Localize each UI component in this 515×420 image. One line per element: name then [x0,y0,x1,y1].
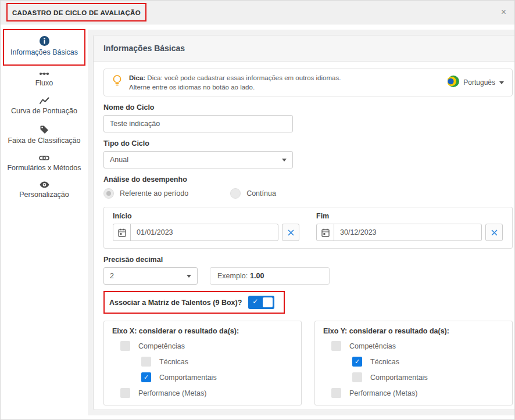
period-dates-box: Início 01/01/2023 [103,207,513,249]
close-icon[interactable]: × [501,8,506,17]
sidebar-item-label: Personalização [2,191,87,200]
eixo-y-panel: Eixo Y: considerar o resultado da(s): ✓ … [314,321,513,405]
chart-line-icon [2,96,87,105]
checkbox[interactable]: ✓ [120,388,130,398]
language-dropdown[interactable]: Português [448,76,504,89]
annotation-active-step: Informações Básicas [3,29,85,66]
sidebar-item-informacoes-basicas[interactable]: Informações Básicas [4,32,84,62]
nome-do-ciclo-input[interactable] [103,115,293,132]
tip-banner: Dica: Dica: você pode cadastrar essas in… [103,69,513,96]
flow-icon [2,71,87,77]
fim-label: Fim [316,212,503,220]
matriz-talentos-toggle[interactable]: ✓ [248,296,274,309]
card-title: Informações Básicas [94,35,515,62]
checkbox[interactable]: ✓ [120,341,130,351]
eixo-y-title: Eixo Y: considerar o resultado da(s): [323,327,504,335]
exemplo-value: 1.00 [250,272,264,280]
sidebar-item-fluxo[interactable]: Fluxo [1,67,88,93]
check-icon: ✓ [252,297,258,306]
inicio-label: Início [113,212,300,220]
main-panel: Informações Básicas Dica: Dica: você pod… [88,30,515,415]
fim-date-value: 30/12/2023 [334,224,481,240]
tipo-do-ciclo-value: Anual [110,156,282,164]
checkbox-row-competencias[interactable]: ✓ Competências [120,341,293,351]
tipo-do-ciclo-select[interactable]: Anual [103,151,293,168]
eye-icon [2,181,87,188]
link-icon [2,155,87,161]
radio-button[interactable] [230,188,241,199]
checkbox[interactable]: ✓ [352,372,362,382]
precisao-decimal-select[interactable]: 2 [103,267,198,285]
chevron-down-icon [499,81,504,84]
language-label: Português [463,78,495,87]
matriz-talentos-label: Associar a Matriz de Talentos (9 Box)? [109,299,242,307]
precisao-decimal-value: 2 [110,272,187,280]
informacoes-basicas-card: Informações Básicas Dica: Dica: você pod… [93,35,515,410]
checkbox[interactable]: ✓ [331,341,341,351]
precisao-decimal-label: Precisão decimal [103,256,513,264]
annotation-title: CADASTRO DE CICLO DE AVALIAÇÃO [6,3,146,21]
modal-title: CADASTRO DE CICLO DE AVALIAÇÃO [12,9,141,16]
brazil-flag-icon [448,76,459,89]
check-icon: ✓ [355,358,360,365]
tip-label: Dica: [129,74,145,81]
tipo-do-ciclo-label: Tipo do Ciclo [103,139,513,148]
calendar-icon[interactable] [317,224,334,240]
checkbox-row-performance[interactable]: ✓ Performance (Metas) [331,388,504,398]
checkbox-row-comportamentais[interactable]: ✓ Comportamentais [141,372,293,382]
tag-icon [2,125,87,134]
clear-fim-button[interactable] [485,224,503,241]
exemplo-label: Exemplo: [217,272,248,280]
checkbox-row-tecnicas[interactable]: ✓ Técnicas [352,357,504,367]
annotation-matriz-toggle: Associar a Matriz de Talentos (9 Box)? ✓ [103,291,285,314]
checkbox[interactable]: ✓ [141,372,151,382]
radio-referente-ao-periodo[interactable]: Referente ao período [103,188,188,199]
radio-label: Referente ao período [120,189,188,198]
sidebar-item-label: Curva de Pontuação [2,107,87,116]
chevron-down-icon [282,159,287,161]
nome-do-ciclo-label: Nome do Ciclo [103,103,513,112]
lightbulb-icon [112,74,122,91]
inicio-date-input[interactable]: 01/01/2023 [113,224,278,241]
checkbox-row-performance[interactable]: ✓ Performance (Metas) [120,388,293,398]
fim-date-input[interactable]: 30/12/2023 [316,224,482,241]
tip-text: Dica: Dica: você pode cadastrar essas in… [129,73,341,92]
eixo-x-panel: Eixo X: considerar o resultado da(s): ✓ … [103,321,302,405]
sidebar-item-curva-de-pontuacao[interactable]: Curva de Pontuação [1,92,88,121]
sidebar-item-label: Faixa de Classificação [2,137,87,146]
toggle-knob [263,297,273,307]
exemplo-box: Exemplo: 1.00 [210,267,330,285]
analise-desempenho-label: Análise do desempenho [103,175,513,184]
modal-header: CADASTRO DE CICLO DE AVALIAÇÃO × [1,1,514,24]
checkbox[interactable]: ✓ [331,388,341,398]
sidebar-item-personalizacao[interactable]: Personalização [1,177,88,204]
info-icon [5,36,83,46]
sidebar-item-label: Fluxo [2,79,87,88]
checkbox[interactable]: ✓ [352,357,362,367]
checkbox[interactable]: ✓ [141,357,151,367]
eixo-x-title: Eixo X: considerar o resultado da(s): [112,327,293,335]
sidebar-item-formularios-x-metodos[interactable]: Formulários x Métodos [1,150,88,178]
radio-button[interactable] [103,188,114,199]
sidebar-item-faixa-de-classificacao[interactable]: Faixa de Classificação [1,121,88,150]
checkbox-row-competencias[interactable]: ✓ Competências [331,341,504,351]
radio-continua[interactable]: Contínua [230,188,276,199]
checkbox-row-tecnicas[interactable]: ✓ Técnicas [141,357,293,367]
sidebar-item-label: Informações Básicas [5,48,83,58]
sidebar-item-label: Formulários x Métodos [2,164,87,173]
calendar-icon[interactable] [113,224,131,240]
checkbox-row-comportamentais[interactable]: ✓ Comportamentais [352,372,504,382]
radio-label: Contínua [246,189,276,198]
inicio-date-value: 01/01/2023 [131,224,278,240]
chevron-down-icon [187,275,191,278]
steps-sidebar: Informações Básicas Fluxo Curva de Pontu… [1,24,88,420]
clear-inicio-button[interactable] [282,224,299,241]
cadastro-ciclo-modal: CADASTRO DE CICLO DE AVALIAÇÃO × Informa… [0,0,515,420]
check-icon: ✓ [144,374,149,380]
